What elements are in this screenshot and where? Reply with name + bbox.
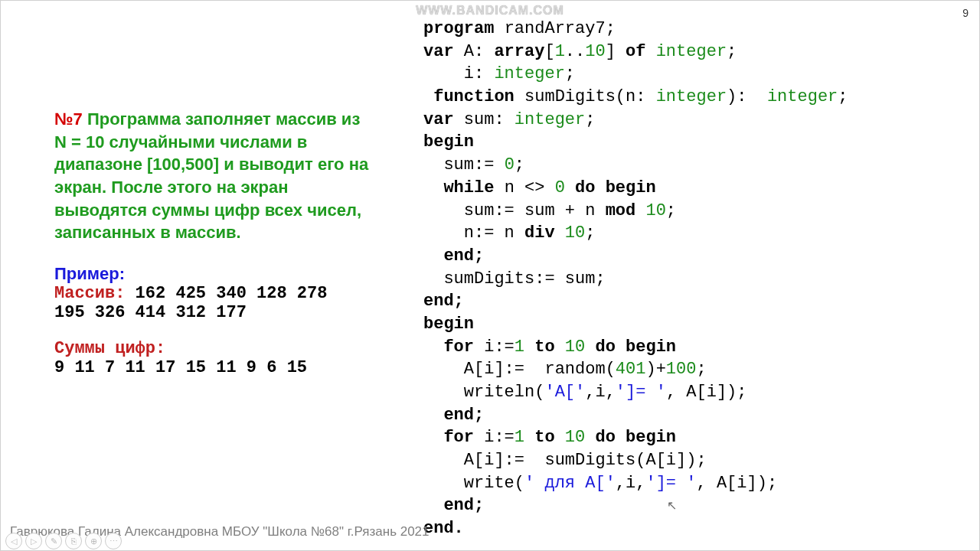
array-row: Массив: 162 425 340 128 278 <box>54 284 376 303</box>
slide: WWW.BANDICAM.COM 9 №7 Программа заполняе… <box>0 0 980 551</box>
viewer-toolbar: ◁ ▷ ✎ ⎘ ⊕ ⋯ <box>5 533 122 549</box>
task-body: Программа заполняет массив из N = 10 слу… <box>54 109 368 242</box>
copy-button[interactable]: ⎘ <box>65 533 82 549</box>
array-values-1: 162 425 340 128 278 <box>125 284 327 303</box>
cursor-icon: ↖ <box>667 498 677 513</box>
task-text: №7 Программа заполняет массив из N = 10 … <box>54 108 376 244</box>
watermark: WWW.BANDICAM.COM <box>416 4 564 18</box>
code-line: sumDigits:= sum; <box>423 268 959 291</box>
code-line: begin <box>423 313 959 336</box>
code-line: var A: array[1..10] of integer; <box>423 41 959 64</box>
code-line: program randArray7; <box>423 18 959 41</box>
example-label: Пример: <box>54 264 376 284</box>
code-line: function sumDigits(n: integer): integer; <box>423 86 959 109</box>
prev-button[interactable]: ◁ <box>5 533 22 549</box>
code-line: end; <box>423 290 959 313</box>
code-line: end; <box>423 245 959 268</box>
code-block: program randArray7; var A: array[1..10] … <box>423 18 959 540</box>
code-line: write(' для A[',i,']= ', A[i]); <box>423 472 959 495</box>
code-line: sum:= sum + n mod 10; <box>423 200 959 223</box>
code-line: writeln('A[',i,']= ', A[i]); <box>423 381 959 404</box>
zoom-button[interactable]: ⊕ <box>85 533 102 549</box>
code-line: for i:=1 to 10 do begin <box>423 336 959 359</box>
code-line: begin <box>423 131 959 154</box>
code-line: A[i]:= sumDigits(A[i]); <box>423 449 959 472</box>
sums-values: 9 11 7 11 17 15 11 9 6 15 <box>54 358 376 377</box>
page-number: 9 <box>962 7 969 19</box>
code-line: for i:=1 to 10 do begin <box>423 426 959 449</box>
task-number: №7 <box>54 109 83 129</box>
left-column: №7 Программа заполняет массив из N = 10 … <box>54 108 376 377</box>
array-values-2: 195 326 414 312 177 <box>54 303 376 322</box>
array-label: Массив: <box>54 284 125 303</box>
code-line: end. <box>423 517 959 540</box>
code-line: n:= n div 10; <box>423 222 959 245</box>
code-line: i: integer; <box>423 63 959 86</box>
sums-label: Суммы цифр: <box>54 339 376 358</box>
next-button[interactable]: ▷ <box>25 533 42 549</box>
code-line: while n <> 0 do begin <box>423 177 959 200</box>
code-line: A[i]:= random(401)+100; <box>423 358 959 381</box>
more-button[interactable]: ⋯ <box>105 533 122 549</box>
code-line: var sum: integer; <box>423 109 959 132</box>
code-line: end; <box>423 494 959 517</box>
code-line: end; <box>423 404 959 427</box>
code-line: sum:= 0; <box>423 154 959 177</box>
pen-button[interactable]: ✎ <box>45 533 62 549</box>
